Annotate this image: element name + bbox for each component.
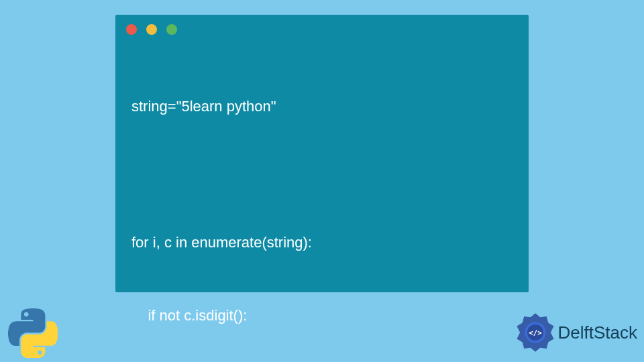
brand-badge: </> DelftStack: [515, 312, 638, 353]
minimize-icon: [146, 24, 157, 35]
brand-name: DelftStack: [558, 322, 638, 343]
delftstack-logo-icon: </>: [515, 312, 555, 353]
svg-text:</>: </>: [529, 328, 542, 337]
python-logo-icon: [8, 308, 58, 358]
code-window: string="5learn python" for i, c in enume…: [115, 15, 529, 292]
close-icon: [126, 24, 137, 35]
code-line: if not c.isdigit():: [131, 304, 513, 328]
window-controls: [115, 15, 529, 40]
code-line: [131, 167, 513, 182]
code-line: for i, c in enumerate(string):: [131, 231, 513, 255]
maximize-icon: [166, 24, 177, 35]
code-block: string="5learn python" for i, c in enume…: [115, 40, 529, 362]
code-line: string="5learn python": [131, 95, 513, 119]
